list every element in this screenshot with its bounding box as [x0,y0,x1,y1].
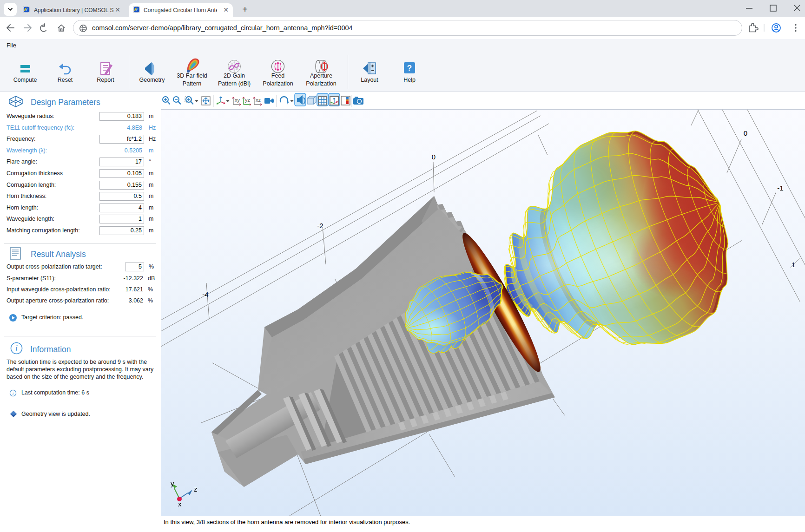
svg-text:x: x [178,500,182,508]
svg-text:-2: -2 [317,222,323,230]
svg-text:?: ? [407,64,412,72]
svg-text:-4: -4 [202,290,208,298]
svg-text:xz: xz [256,97,261,103]
svg-text:1: 1 [792,261,795,269]
svg-text:0: 0 [432,153,435,161]
svg-text:0: 0 [744,129,747,137]
svg-text:i: i [15,343,18,353]
svg-text:i: i [12,390,13,396]
svg-text:xy: xy [235,97,240,103]
svg-text:y: y [171,479,174,487]
svg-text:z: z [194,485,198,493]
svg-text:-1: -1 [777,184,783,192]
svg-text:yz: yz [245,97,250,103]
